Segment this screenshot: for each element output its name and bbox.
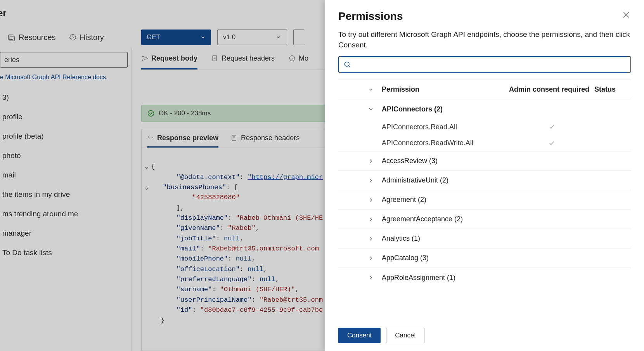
table-header: Permission Admin consent required Status [338,80,631,99]
chevron-right-icon [368,177,374,184]
svg-line-8 [348,66,350,68]
permission-group[interactable]: AgreementAcceptance (2) [338,210,631,229]
chevron-down-icon [368,106,374,112]
group-name: AccessReview (3) [382,157,509,165]
consent-button-label: Consent [347,332,372,339]
permission-group[interactable]: AppCatalog (3) [338,248,631,268]
cancel-button[interactable]: Cancel [386,328,424,343]
search-icon [343,61,351,68]
col-status[interactable]: Status [594,85,629,94]
permission-group[interactable]: AppRoleAssignment (1) [338,268,631,287]
col-permission[interactable]: Permission [382,85,509,94]
group-name: AdministrativeUnit (2) [382,176,509,184]
chevron-down-icon[interactable] [368,87,374,92]
panel-footer: Consent Cancel [338,319,631,343]
check-icon [548,123,555,130]
permission-group[interactable]: AdministrativeUnit (2) [338,171,631,190]
group-name: AppCatalog (3) [382,254,509,262]
chevron-right-icon [368,275,374,281]
chevron-right-icon [368,216,374,222]
group-name: Analytics (1) [382,235,509,243]
panel-header: Permissions [338,10,631,23]
svg-point-7 [345,62,349,67]
consent-button[interactable]: Consent [338,328,381,343]
chevron-right-icon [368,255,374,261]
group-name: APIConnectors (2) [382,105,509,113]
permission-name: APIConnectors.ReadWrite.All [382,139,509,147]
col-admin[interactable]: Admin consent required [509,85,594,94]
panel-title: Permissions [338,10,403,23]
check-icon [548,140,555,147]
permission-row[interactable]: APIConnectors.Read.All [338,119,631,135]
permission-group[interactable]: AccessReview (3) [338,151,631,171]
permission-name: APIConnectors.Read.All [382,123,509,131]
panel-description: To try out different Microsoft Graph API… [338,30,631,50]
permissions-search[interactable] [338,56,631,73]
cancel-button-label: Cancel [395,332,415,339]
permission-group[interactable]: APIConnectors (2) [338,99,631,119]
permission-group[interactable]: Analytics (1) [338,229,631,248]
close-button[interactable] [621,10,631,19]
group-name: AgreementAcceptance (2) [382,215,509,223]
close-icon [621,10,631,19]
permissions-table: Permission Admin consent required Status… [338,80,631,319]
permission-group[interactable]: Agreement (2) [338,190,631,210]
permissions-search-input[interactable] [355,60,626,69]
chevron-right-icon [368,236,374,242]
group-name: AppRoleAssignment (1) [382,274,509,282]
permission-row[interactable]: APIConnectors.ReadWrite.All [338,135,631,151]
chevron-right-icon [368,197,374,203]
permissions-panel: Permissions To try out different Microso… [325,0,644,351]
chevron-right-icon [368,158,374,164]
group-name: Agreement (2) [382,196,509,204]
